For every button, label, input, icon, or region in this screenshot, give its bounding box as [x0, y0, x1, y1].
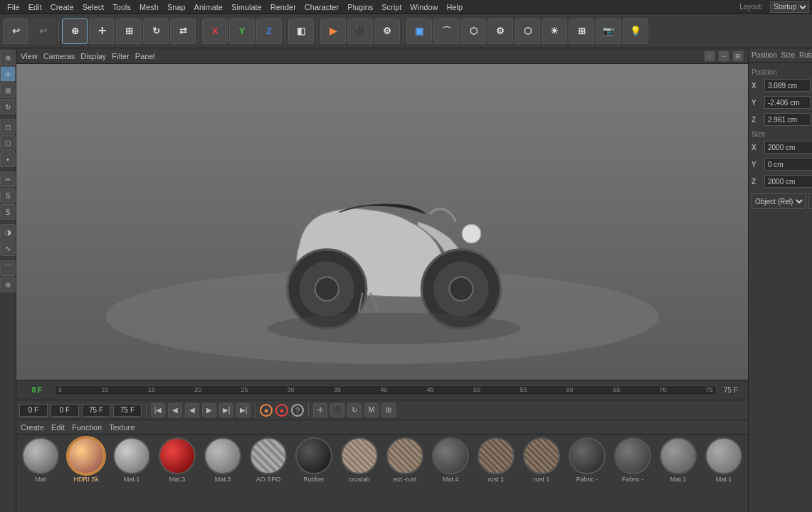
cube-primitive[interactable]: ▣: [406, 18, 432, 44]
key-sel-btn[interactable]: ?: [291, 404, 304, 417]
lt-timeline2[interactable]: ⊕: [0, 277, 16, 292]
onion-btn[interactable]: ⊞: [381, 403, 396, 417]
deformer-tool[interactable]: ⬡: [460, 18, 486, 44]
axis-x-button[interactable]: X: [202, 18, 228, 44]
lt-point[interactable]: •: [0, 151, 16, 167]
menu-edit[interactable]: Edit: [24, 3, 46, 11]
transport-step[interactable]: 75 F: [113, 404, 142, 417]
transport-start[interactable]: 0 F: [51, 404, 79, 417]
lt-spline[interactable]: ⌒: [0, 260, 16, 276]
mat-texture[interactable]: Texture: [109, 423, 135, 432]
tp-size-mode[interactable]: Size: [808, 193, 812, 209]
menu-create[interactable]: Create: [46, 3, 78, 11]
tp-size-z[interactable]: 2000 cm: [764, 175, 812, 188]
mat-item-15[interactable]: Mat.1: [702, 437, 745, 508]
lt-rotate[interactable]: ↻: [0, 99, 16, 114]
menu-tools[interactable]: Tools: [108, 3, 135, 11]
grid-tool[interactable]: ⊞: [569, 18, 594, 44]
menu-select[interactable]: Select: [78, 3, 109, 11]
next-frame-btn[interactable]: ▶|: [219, 403, 233, 417]
snap-key-btn[interactable]: ✛: [313, 403, 327, 417]
tp-size-y[interactable]: 0 cm: [764, 158, 812, 171]
timeline-bar[interactable]: 5 10 15 20 25 30 35 40 45 50 55 60 65 70…: [55, 385, 717, 395]
undo-button[interactable]: ↩: [3, 18, 28, 44]
vp-btn2[interactable]: ↔: [718, 50, 729, 62]
select-tool[interactable]: ⊕: [62, 18, 88, 44]
rotate-tool[interactable]: ↻: [143, 18, 169, 44]
vp-btn1[interactable]: ↕: [704, 50, 715, 62]
menu-help[interactable]: Help: [442, 3, 467, 11]
lt-paint[interactable]: S: [0, 204, 16, 220]
camera-tool[interactable]: ⬡: [515, 18, 540, 44]
mat-item-7[interactable]: crustab: [338, 437, 381, 508]
motion-btn[interactable]: M: [364, 403, 379, 417]
lt-magnet[interactable]: S: [0, 188, 16, 203]
mat-item-14[interactable]: Mat.1: [657, 437, 700, 508]
key-mode-btn[interactable]: ⬛: [330, 403, 344, 417]
record-btn[interactable]: ●: [260, 404, 273, 417]
jump-start-btn[interactable]: |◀: [151, 403, 165, 417]
layout-select[interactable]: Startup: [770, 1, 809, 13]
tp-pos-y[interactable]: -2.406 cm: [764, 96, 811, 109]
mat-item-13[interactable]: Fabric -: [611, 437, 654, 508]
mat-item-9[interactable]: Mat.4: [429, 437, 472, 508]
menu-script[interactable]: Script: [377, 3, 406, 11]
mat-item-0[interactable]: Mat: [19, 437, 62, 508]
vt-view[interactable]: View: [21, 52, 38, 60]
mat-item-11[interactable]: rust 1: [520, 437, 563, 508]
lt-sculpt[interactable]: ◑: [0, 224, 16, 240]
play-fwd-btn[interactable]: ▶: [202, 403, 216, 417]
move-tool[interactable]: ✛: [89, 18, 115, 44]
menu-plugins[interactable]: Plugins: [343, 3, 377, 11]
tp-pos-z[interactable]: 2.961 cm: [764, 113, 811, 126]
mat-function[interactable]: Function: [72, 423, 102, 432]
light-tool[interactable]: ☀: [542, 18, 567, 44]
viewport-canvas[interactable]: [16, 64, 748, 380]
menu-animate[interactable]: Animate: [190, 3, 227, 11]
jump-end-btn[interactable]: ▶|: [236, 403, 251, 417]
scene-tool[interactable]: 📷: [596, 18, 621, 44]
tp-position-tab[interactable]: Position: [752, 51, 777, 59]
mat-item-12[interactable]: Fabric -: [566, 437, 608, 508]
lt-knife[interactable]: ✂: [0, 171, 16, 187]
object-mode[interactable]: ◧: [288, 18, 314, 44]
lt-polygon[interactable]: ◻: [0, 119, 16, 134]
vt-cameras[interactable]: Cameras: [43, 52, 75, 60]
menu-window[interactable]: Window: [406, 3, 442, 11]
mirror-tool[interactable]: ⇄: [170, 18, 196, 44]
lt-hair[interactable]: ∿: [0, 240, 16, 256]
menu-snap[interactable]: Snap: [163, 3, 190, 11]
mat-item-6[interactable]: Rubber: [292, 437, 335, 508]
mat-item-8[interactable]: ext.-rust: [384, 437, 426, 508]
menu-mesh[interactable]: Mesh: [135, 3, 163, 11]
hdri-tool[interactable]: 💡: [623, 18, 648, 44]
mat-item-2[interactable]: Mat.1: [110, 437, 153, 508]
render-region[interactable]: ⬛: [347, 18, 373, 44]
play-back-btn[interactable]: ◀: [185, 403, 199, 417]
tp-rotation-tab[interactable]: Rotation: [799, 51, 812, 59]
menu-file[interactable]: File: [3, 3, 24, 11]
menu-character[interactable]: Character: [300, 3, 343, 11]
effector-tool[interactable]: ⚙: [487, 18, 513, 44]
mat-item-3[interactable]: Mat.3: [156, 437, 199, 508]
nurbs-tool[interactable]: ⌒: [433, 18, 459, 44]
scale-tool[interactable]: ⊞: [116, 18, 142, 44]
vt-filter[interactable]: Filter: [112, 52, 129, 60]
mat-item-10[interactable]: rust 1: [475, 437, 517, 508]
transport-frame[interactable]: 0 F: [19, 404, 48, 417]
tp-coord-mode[interactable]: Object (Rel): [752, 193, 806, 209]
lt-edge[interactable]: ⬡: [0, 135, 16, 151]
mat-create[interactable]: Create: [21, 423, 44, 432]
vp-btn3[interactable]: ⊞: [732, 50, 744, 62]
mat-item-4[interactable]: Mat.3: [201, 437, 244, 508]
lt-scale[interactable]: ⊞: [0, 82, 16, 98]
redo-button[interactable]: ↩: [30, 18, 56, 44]
tp-size-tab[interactable]: Size: [781, 51, 795, 59]
vt-display[interactable]: Display: [80, 52, 106, 60]
transport-end[interactable]: 75 F: [82, 404, 110, 417]
auto-key-btn[interactable]: ●: [275, 404, 288, 417]
axis-z-button[interactable]: Z: [256, 18, 282, 44]
menu-simulate[interactable]: Simulate: [227, 3, 266, 11]
render-settings[interactable]: ⚙: [374, 18, 400, 44]
axis-y-button[interactable]: Y: [229, 18, 255, 44]
